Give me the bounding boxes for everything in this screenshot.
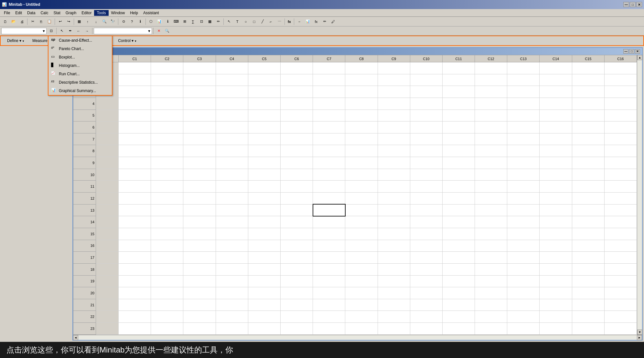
cell-r15-c5[interactable] — [248, 228, 280, 240]
cell-r2-c11[interactable] — [442, 74, 475, 86]
cell-r12-c15[interactable] — [572, 193, 604, 205]
cmd-btn[interactable]: ⌨ — [172, 18, 180, 25]
binoculars-btn[interactable]: 🔭 — [109, 18, 117, 25]
paste-btn[interactable]: 📋 — [46, 18, 53, 25]
cell-r20-c7[interactable] — [313, 287, 345, 299]
pencil-btn[interactable]: ✏ — [214, 18, 222, 25]
cell-r14-c14[interactable] — [540, 216, 572, 228]
cell-r20-c2[interactable] — [151, 287, 183, 299]
cell-r11-c5[interactable] — [248, 181, 280, 193]
copy-btn[interactable]: ⎘ — [37, 18, 45, 25]
cell-r20-c10[interactable] — [410, 287, 442, 299]
cell-r17-c15[interactable] — [572, 252, 604, 264]
cell-r12-c5[interactable] — [248, 193, 280, 205]
cell-r18-c11[interactable] — [442, 263, 475, 275]
cell-r12-c3[interactable] — [183, 193, 216, 205]
cell-r5-c10[interactable] — [410, 110, 442, 121]
cell-r21-c15[interactable] — [572, 299, 604, 311]
cell-r13-c13[interactable] — [507, 204, 540, 216]
cell-r10-c16[interactable] — [604, 169, 637, 181]
cell-r18-c9[interactable] — [378, 263, 410, 275]
cell-r3-c3[interactable] — [183, 86, 216, 98]
cell-r11-c12[interactable] — [475, 181, 507, 193]
cell-r20-c14[interactable] — [540, 287, 572, 299]
menu-histogram[interactable]: ▊ Histogram... — [48, 61, 112, 70]
cell-r4-c11[interactable] — [442, 98, 475, 110]
cell-r2-c8[interactable] — [345, 74, 378, 86]
cell-r23-c15[interactable] — [572, 323, 604, 335]
pen-btn[interactable]: 🖊 — [329, 18, 337, 25]
cell-r1-c16[interactable] — [604, 62, 637, 74]
cell-r20-c5[interactable] — [248, 287, 280, 299]
sort-asc-btn[interactable]: ↑ — [84, 18, 91, 25]
cell-r7-c5[interactable] — [248, 133, 280, 145]
cell-r17-c14[interactable] — [540, 252, 572, 264]
cell-r9-c14[interactable] — [540, 157, 572, 169]
cell-r12-c16[interactable] — [604, 193, 637, 205]
cell-r13-c12[interactable] — [475, 204, 507, 216]
cell-r9-c2[interactable] — [151, 157, 183, 169]
cell-r16-c5[interactable] — [248, 240, 280, 252]
cell-r6-c10[interactable] — [410, 121, 442, 133]
menu-edit[interactable]: Edit — [13, 10, 25, 16]
cell-r20-c11[interactable] — [442, 287, 475, 299]
cell-r11-c8[interactable] — [345, 181, 378, 193]
cell-r11-c10[interactable] — [410, 181, 442, 193]
target-btn[interactable]: ⊙ — [120, 18, 127, 25]
cell-r21-c6[interactable] — [280, 299, 313, 311]
cell-r10-c2[interactable] — [151, 169, 183, 181]
cell-r8-c10[interactable] — [410, 145, 442, 157]
cell-r1-c2[interactable] — [151, 62, 183, 74]
cell-r21-c10[interactable] — [410, 299, 442, 311]
cell-r22-c13[interactable] — [507, 311, 540, 323]
cell-r8-c4[interactable] — [216, 145, 248, 157]
cell-r19-c3[interactable] — [183, 275, 216, 287]
cell-r8-c1[interactable] — [119, 145, 151, 157]
cell-r1-c1[interactable] — [119, 62, 151, 74]
cell-r3-c6[interactable] — [280, 86, 313, 98]
cell-r20-c1[interactable] — [119, 287, 151, 299]
cell-r1-c10[interactable] — [410, 62, 442, 74]
cell-r16-c3[interactable] — [183, 240, 216, 252]
cell-r9-c11[interactable] — [442, 157, 475, 169]
col-header-c9[interactable]: C9 — [378, 55, 410, 62]
cell-r6-c14[interactable] — [540, 121, 572, 133]
cell-r21-c12[interactable] — [475, 299, 507, 311]
cell-r4-c12[interactable] — [475, 98, 507, 110]
bar-chart-btn[interactable]: 📊 — [304, 18, 312, 25]
cell-r11-c3[interactable] — [183, 181, 216, 193]
text-btn[interactable]: T — [233, 18, 241, 25]
cell-r21-c9[interactable] — [378, 299, 410, 311]
cell-r11-c4[interactable] — [216, 181, 248, 193]
cell-r12-c4[interactable] — [216, 193, 248, 205]
cell-r14-c7[interactable] — [313, 216, 345, 228]
col-header-c16[interactable]: C16 — [604, 55, 637, 62]
col-header-c3[interactable]: C3 — [183, 55, 216, 62]
cell-r2-c6[interactable] — [280, 74, 313, 86]
cell-r15-c7[interactable] — [313, 228, 345, 240]
cell-r4-c10[interactable] — [410, 98, 442, 110]
cell-r18-c14[interactable] — [540, 263, 572, 275]
cell-r10-c8[interactable] — [345, 169, 378, 181]
find-btn[interactable]: 🔍 — [101, 18, 108, 25]
cell-r6-c5[interactable] — [248, 121, 280, 133]
cell-r4-c2[interactable] — [151, 98, 183, 110]
cell-r13-c10[interactable] — [410, 204, 442, 216]
cell-r7-c4[interactable] — [216, 133, 248, 145]
cell-r11-c9[interactable] — [378, 181, 410, 193]
chart-btn[interactable]: 📊 — [156, 18, 163, 25]
cell-r4-c6[interactable] — [280, 98, 313, 110]
cell-r18-c6[interactable] — [280, 263, 313, 275]
cell-r17-c11[interactable] — [442, 252, 475, 264]
cell-r6-c13[interactable] — [507, 121, 540, 133]
more-btn[interactable]: ⋯ — [275, 18, 283, 25]
cell-r23-c2[interactable] — [151, 323, 183, 335]
cell-r7-c9[interactable] — [378, 133, 410, 145]
formula-btn[interactable]: fx — [312, 18, 320, 25]
menu-graphical-summary[interactable]: 📊 Graphical Summary... — [48, 87, 112, 95]
cell-r13-c16[interactable] — [604, 204, 637, 216]
cell-r19-c12[interactable] — [475, 275, 507, 287]
cell-r23-c4[interactable] — [216, 323, 248, 335]
cell-r7-c13[interactable] — [507, 133, 540, 145]
cell-r2-c13[interactable] — [507, 74, 540, 86]
